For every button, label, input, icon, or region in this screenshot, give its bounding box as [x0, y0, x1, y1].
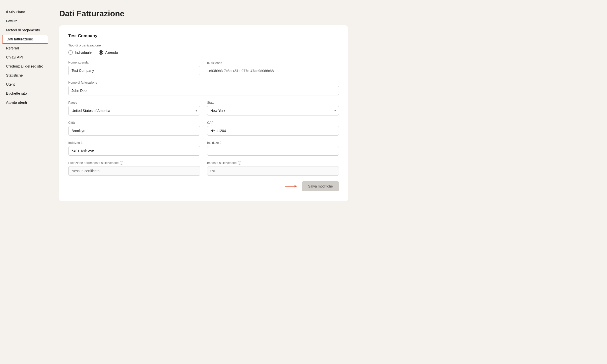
- esenzione-input[interactable]: [68, 166, 200, 176]
- stato-select-wrapper: New York ▾: [207, 106, 339, 115]
- paese-label: Paese: [68, 101, 200, 104]
- imposta-input[interactable]: [207, 166, 339, 176]
- footer-row: Salva modifiche: [68, 181, 339, 191]
- org-type-label: Tipo di organizzazione: [68, 43, 339, 47]
- id-azienda-label: ID Azienda: [207, 61, 339, 65]
- radio-azienda-label: Azienda: [105, 50, 118, 54]
- radio-circle-azienda: [99, 50, 103, 55]
- id-azienda-value: 1e93b9b3-7c8b-451c-977e-47ae9d0d6c68: [207, 66, 339, 75]
- row-nome-fatturazione: Nome di fatturazione: [68, 81, 339, 95]
- card-company-name: Test Company: [68, 33, 339, 38]
- stato-select[interactable]: New York: [207, 106, 339, 115]
- imposta-label: Imposta sulle vendite: [207, 161, 236, 165]
- paese-select[interactable]: United States of America: [68, 106, 200, 115]
- nome-azienda-input[interactable]: [68, 66, 200, 75]
- indirizzo1-label: Indirizzo 1: [68, 141, 200, 145]
- sidebar-item-etichette-sito[interactable]: Etichette sito: [0, 89, 50, 98]
- group-id-azienda: ID Azienda 1e93b9b3-7c8b-451c-977e-47ae9…: [207, 61, 339, 75]
- group-esenzione: Esenzione dall'imposta sulle vendite ?: [68, 161, 200, 176]
- row-paese-stato: Paese United States of America ▾ Stato N…: [68, 101, 339, 115]
- esenzione-label-group: Esenzione dall'imposta sulle vendite ?: [68, 161, 200, 165]
- sidebar-item-fatture[interactable]: Fatture: [0, 17, 50, 26]
- group-stato: Stato New York ▾: [207, 101, 339, 115]
- esenzione-label: Esenzione dall'imposta sulle vendite: [68, 161, 118, 165]
- row-esenzione-imposta: Esenzione dall'imposta sulle vendite ? I…: [68, 161, 339, 176]
- nome-azienda-label: Nome azienda: [68, 61, 200, 64]
- sidebar-item-attivita-utenti[interactable]: Attività utenti: [0, 98, 50, 107]
- group-nome-azienda: Nome azienda: [68, 61, 200, 75]
- cap-label: CAP: [207, 121, 339, 125]
- group-paese: Paese United States of America ▾: [68, 101, 200, 115]
- sidebar-item-credenziali-del-registro[interactable]: Credenziali del registro: [0, 62, 50, 71]
- sidebar-item-referral[interactable]: Referral: [0, 44, 50, 53]
- row-indirizzi: Indirizzo 1 Indirizzo 2: [68, 141, 339, 156]
- paese-select-wrapper: United States of America ▾: [68, 106, 200, 115]
- indirizzo2-label: Indirizzo 2: [207, 141, 339, 145]
- nome-fatturazione-input[interactable]: [68, 86, 339, 95]
- radio-individuale[interactable]: Individuale: [68, 50, 92, 55]
- radio-individuale-label: Individuale: [75, 50, 92, 54]
- sidebar-item-metodi-di-pagamento[interactable]: Metodi di pagamento: [0, 26, 50, 35]
- imposta-help-icon[interactable]: ?: [238, 161, 241, 165]
- group-indirizzo2: Indirizzo 2: [207, 141, 339, 156]
- page-title: Dati Fatturazione: [59, 9, 597, 18]
- group-cap: CAP: [207, 121, 339, 136]
- arrow-icon: [285, 183, 297, 189]
- billing-card: Test Company Tipo di organizzazione Indi…: [59, 25, 348, 201]
- citta-label: Città: [68, 121, 200, 125]
- sidebar-item-dati-fatturazione[interactable]: Dati fatturazione: [2, 35, 48, 44]
- imposta-label-group: Imposta sulle vendite ?: [207, 161, 339, 165]
- group-imposta: Imposta sulle vendite ?: [207, 161, 339, 176]
- radio-circle-individuale: [68, 50, 73, 55]
- sidebar-item-il-mio-piano[interactable]: Il Mio Piano: [0, 8, 50, 17]
- group-citta: Città: [68, 121, 200, 136]
- svg-marker-1: [295, 185, 297, 188]
- radio-azienda[interactable]: Azienda: [99, 50, 118, 55]
- stato-label: Stato: [207, 101, 339, 104]
- org-type-radio-group: Individuale Azienda: [68, 50, 339, 55]
- indirizzo1-input[interactable]: [68, 146, 200, 156]
- sidebar-item-statistiche[interactable]: Statistiche: [0, 71, 50, 80]
- row-nome-azienda: Nome azienda ID Azienda 1e93b9b3-7c8b-45…: [68, 61, 339, 75]
- group-indirizzo1: Indirizzo 1: [68, 141, 200, 156]
- indirizzo2-input[interactable]: [207, 146, 339, 156]
- sidebar: Il Mio Piano Fatture Metodi di pagamento…: [0, 0, 50, 364]
- citta-input[interactable]: [68, 126, 200, 136]
- nome-fatturazione-label: Nome di fatturazione: [68, 81, 339, 84]
- sidebar-item-utenti[interactable]: Utenti: [0, 80, 50, 89]
- cap-input[interactable]: [207, 126, 339, 136]
- arrow-indicator: [285, 183, 297, 189]
- row-citta-cap: Città CAP: [68, 121, 339, 136]
- group-nome-fatturazione: Nome di fatturazione: [68, 81, 339, 95]
- save-button[interactable]: Salva modifiche: [302, 181, 339, 191]
- sidebar-item-chiavi-api[interactable]: Chiavi API: [0, 53, 50, 62]
- esenzione-help-icon[interactable]: ?: [120, 161, 123, 165]
- main-content: Dati Fatturazione Test Company Tipo di o…: [50, 0, 607, 364]
